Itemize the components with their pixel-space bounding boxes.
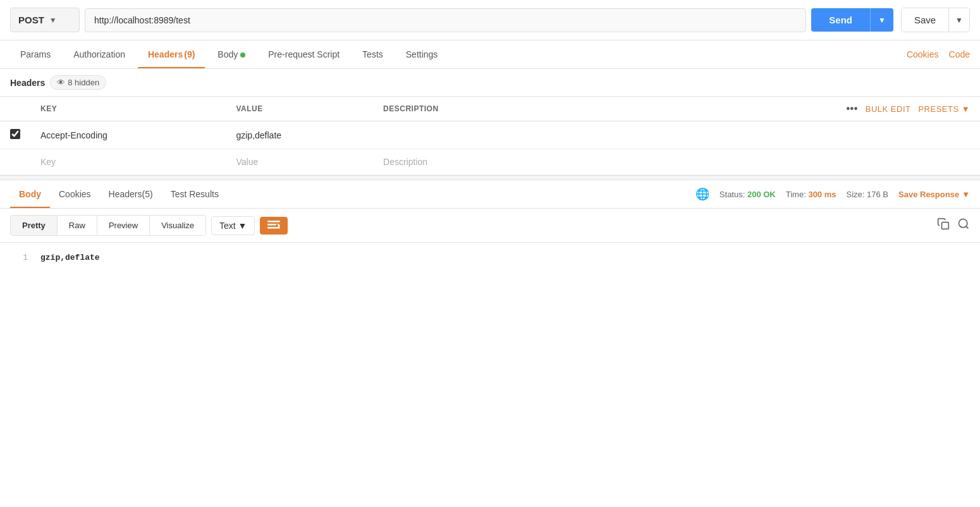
toolbar-right [937, 217, 970, 233]
th-key: KEY [30, 97, 226, 121]
response-body: 1gzip,deflate [0, 243, 980, 272]
format-type-selector[interactable]: Text ▼ [211, 216, 255, 235]
section-divider [0, 175, 980, 180]
save-button[interactable]: Save [902, 8, 948, 32]
row-actions [657, 121, 980, 149]
response-tab-headers[interactable]: Headers(5) [100, 180, 162, 208]
format-group: Pretty Raw Preview Visualize [10, 215, 206, 236]
format-type-label: Text [219, 221, 236, 231]
method-chevron-icon: ▼ [49, 16, 57, 25]
row-checkbox-cell [0, 121, 30, 149]
empty-actions-cell [657, 149, 980, 175]
format-toolbar: Pretty Raw Preview Visualize Text ▼ [0, 209, 980, 243]
body-dot-icon [240, 52, 245, 58]
request-tabs: Params Authorization Headers(9) Body Pre… [0, 40, 980, 69]
empty-key-cell[interactable]: Key [30, 149, 226, 175]
send-button-group: Send ▼ [811, 8, 893, 32]
row-checkbox[interactable] [10, 129, 20, 139]
format-type-chevron-icon: ▼ [238, 221, 247, 231]
save-dropdown-button[interactable]: ▼ [948, 8, 969, 32]
tab-tests[interactable]: Tests [352, 40, 393, 68]
method-selector[interactable]: POST ▼ [10, 8, 80, 32]
tab-params[interactable]: Params [10, 40, 61, 68]
code-link[interactable]: Code [949, 40, 970, 68]
tab-authorization[interactable]: Authorization [63, 40, 135, 68]
send-button[interactable]: Send [811, 8, 870, 32]
hidden-headers-badge: 👁 8 hidden [50, 75, 106, 90]
globe-icon[interactable]: 🌐 [695, 187, 709, 201]
th-actions: ••• Bulk Edit Presets ▼ [657, 97, 980, 121]
headers-table: KEY VALUE DESCRIPTION ••• Bulk Edit Pres… [0, 97, 980, 175]
size-value: 176 B [867, 190, 888, 199]
response-tab-body[interactable]: Body [10, 180, 50, 208]
empty-description-cell[interactable]: Description [373, 149, 657, 175]
line-number: 1 [15, 253, 28, 262]
tab-body[interactable]: Body [207, 40, 255, 68]
svg-rect-3 [942, 223, 949, 229]
time-label: Time: 300 ms [786, 190, 836, 199]
response-tabs: Body Cookies Headers(5) Test Results 🌐 S… [0, 180, 980, 209]
svg-rect-0 [267, 221, 280, 223]
row-description [373, 121, 657, 149]
hidden-count-label: 8 hidden [68, 78, 99, 87]
format-visualize-button[interactable]: Visualize [150, 216, 205, 235]
bulk-edit-link[interactable]: Bulk Edit [866, 104, 911, 114]
presets-link[interactable]: Presets ▼ [918, 104, 970, 114]
format-pretty-button[interactable]: Pretty [11, 216, 58, 235]
status-label: Status: 200 OK [720, 190, 776, 199]
tab-settings[interactable]: Settings [396, 40, 448, 68]
send-dropdown-button[interactable]: ▼ [870, 8, 893, 32]
top-bar: POST ▼ Send ▼ Save ▼ [0, 0, 980, 40]
save-response-arrow-icon: ▼ [962, 190, 970, 199]
wrap-icon [267, 221, 280, 231]
response-tab-cookies[interactable]: Cookies [50, 180, 100, 208]
empty-checkbox-cell [0, 149, 30, 175]
empty-value-cell[interactable]: Value [226, 149, 373, 175]
search-icon [957, 217, 970, 230]
format-raw-button[interactable]: Raw [58, 216, 97, 235]
save-button-group: Save ▼ [901, 8, 970, 32]
more-options-icon[interactable]: ••• [846, 103, 857, 114]
tab-right-links: Cookies Code [907, 40, 970, 68]
time-value: 300 ms [808, 190, 836, 199]
cookies-link[interactable]: Cookies [907, 40, 939, 68]
th-description: DESCRIPTION [373, 97, 657, 121]
response-meta: 🌐 Status: 200 OK Time: 300 ms Size: 176 … [695, 187, 970, 201]
headers-section-label: Headers [10, 78, 45, 88]
format-preview-button[interactable]: Preview [97, 216, 150, 235]
th-value: VALUE [226, 97, 373, 121]
row-value: gzip,deflate [226, 121, 373, 149]
table-row-empty: Key Value Description [0, 149, 980, 175]
status-value: 200 OK [747, 190, 776, 199]
copy-button[interactable] [937, 217, 950, 233]
response-headers-badge: (5) [142, 189, 153, 199]
url-input[interactable] [85, 8, 806, 32]
eye-icon: 👁 [57, 78, 65, 87]
copy-icon [937, 217, 950, 230]
th-checkbox [0, 97, 30, 121]
headers-section: Headers 👁 8 hidden [0, 69, 980, 97]
save-response-link[interactable]: Save Response ▼ [898, 190, 970, 199]
size-label: Size: 176 B [847, 190, 889, 199]
svg-line-5 [966, 226, 969, 229]
search-button[interactable] [957, 217, 970, 233]
row-key: Accept-Encoding [30, 121, 226, 149]
tab-pre-request-script[interactable]: Pre-request Script [258, 40, 350, 68]
tab-headers[interactable]: Headers(9) [138, 40, 205, 68]
method-label: POST [18, 15, 44, 25]
response-content: gzip,deflate [40, 253, 100, 262]
table-row: Accept-Encoding gzip,deflate [0, 121, 980, 149]
svg-rect-1 [267, 224, 276, 226]
headers-badge: (9) [184, 49, 195, 59]
response-tab-test-results[interactable]: Test Results [162, 180, 228, 208]
wrap-button[interactable] [260, 217, 288, 235]
presets-chevron-icon: ▼ [962, 104, 970, 114]
svg-point-4 [959, 219, 967, 228]
